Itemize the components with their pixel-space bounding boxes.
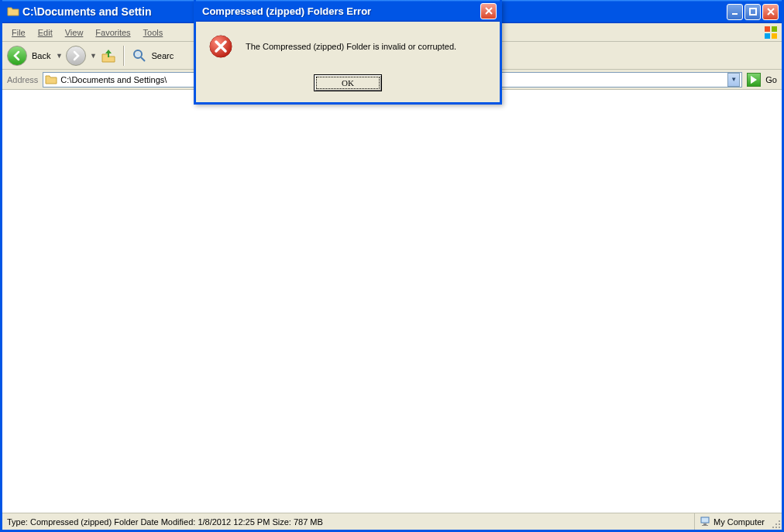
svg-point-7 [136,52,140,57]
svg-point-14 [779,527,780,528]
svg-rect-1 [750,9,756,15]
svg-rect-9 [703,523,707,525]
window-controls [727,4,779,20]
up-button[interactable] [100,47,117,64]
close-button[interactable] [762,4,779,20]
svg-rect-2 [765,26,770,32]
status-zone: My Computer [694,513,777,530]
content-area[interactable] [2,90,782,513]
svg-rect-8 [701,517,709,523]
ok-button[interactable]: OK [314,74,382,91]
statusbar: Type: Compressed (zipped) Folder Date Mo… [2,513,782,530]
error-icon [208,34,233,59]
svg-point-16 [772,527,774,528]
svg-rect-10 [702,525,708,526]
address-label: Address [7,75,38,84]
svg-point-13 [775,523,777,525]
dialog-close-button[interactable] [480,3,497,19]
svg-point-15 [775,527,777,528]
error-dialog: Compressed (zipped) Folders Error The Co… [194,0,502,105]
computer-icon [700,516,710,528]
windows-logo-icon [763,25,779,40]
forward-dropdown[interactable]: ▼ [89,52,97,60]
toolbar-separator [123,46,125,66]
svg-rect-3 [772,26,777,32]
menu-file[interactable]: File [5,26,32,39]
status-text: Type: Compressed (zipped) Folder Date Mo… [7,517,691,527]
menu-view[interactable]: View [59,26,90,39]
back-label[interactable]: Back [32,51,50,60]
menu-favorites[interactable]: Favorites [89,26,136,39]
menu-tools[interactable]: Tools [137,26,170,39]
minimize-button[interactable] [727,4,743,20]
resize-grip-icon[interactable] [772,520,781,529]
svg-rect-4 [765,33,770,39]
dialog-message: The Compressed (zipped) Folder is invali… [246,42,456,51]
go-button[interactable] [747,73,761,87]
svg-point-11 [779,520,780,522]
address-dropdown[interactable]: ▼ [727,73,740,87]
svg-point-12 [779,523,780,525]
menu-edit[interactable]: Edit [32,26,59,39]
status-zone-label: My Computer [714,517,765,527]
dialog-titlebar[interactable]: Compressed (zipped) Folders Error [196,0,500,22]
maximize-button[interactable] [744,4,761,20]
dialog-body: The Compressed (zipped) Folder is invali… [196,22,500,102]
dialog-title: Compressed (zipped) Folders Error [202,5,480,17]
svg-rect-0 [732,13,738,15]
go-label[interactable]: Go [765,75,777,84]
folder-icon [45,74,57,86]
folder-icon [7,5,19,18]
back-button[interactable] [7,46,27,66]
search-label[interactable]: Searc [151,51,174,60]
back-dropdown[interactable]: ▼ [55,52,63,60]
svg-rect-5 [772,33,777,39]
forward-button[interactable] [66,46,86,66]
search-icon[interactable] [131,47,148,64]
